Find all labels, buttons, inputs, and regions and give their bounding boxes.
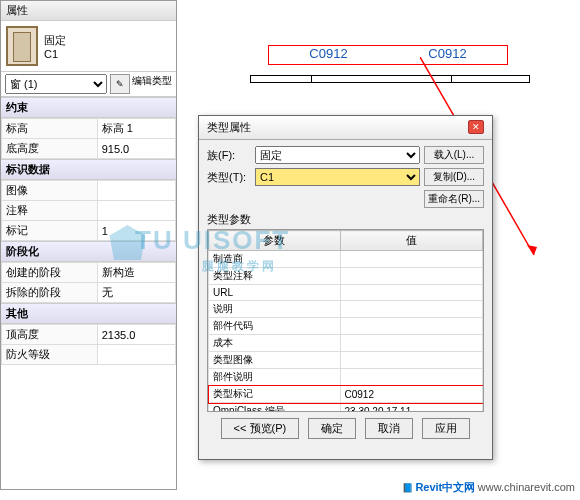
param-row[interactable]: URL xyxy=(209,285,483,301)
duplicate-button[interactable]: 复制(D)... xyxy=(424,168,484,186)
tag-left: C0912 xyxy=(269,46,388,64)
param-row[interactable]: 说明 xyxy=(209,301,483,318)
type-label: 类型(T): xyxy=(207,170,255,185)
rename-button[interactable]: 重命名(R)... xyxy=(424,190,484,208)
type-params-label: 类型参数 xyxy=(207,212,484,227)
group-phase[interactable]: 阶段化 xyxy=(1,241,176,262)
type-name: C1 xyxy=(44,48,66,60)
table-phase: 创建的阶段新构造拆除的阶段无 xyxy=(1,262,176,303)
tag-annotation: C0912 C0912 xyxy=(268,45,508,65)
ok-button[interactable]: 确定 xyxy=(308,418,356,439)
table-row[interactable]: 底高度915.0 xyxy=(2,139,176,159)
family-select[interactable]: 固定 xyxy=(255,146,420,164)
group-other[interactable]: 其他 xyxy=(1,303,176,324)
credit: 📘 Revit中文网 www.chinarevit.com xyxy=(402,480,575,495)
family-label: 族(F): xyxy=(207,148,255,163)
properties-panel: 属性 固定 C1 窗 (1) ✎ 编辑类型 约束标高标高 1底高度915.0标识… xyxy=(0,0,177,490)
watermark-sub: 腿腿教学网 xyxy=(202,258,277,275)
type-select[interactable]: C1 xyxy=(255,168,420,186)
table-identity: 图像注释标记1 xyxy=(1,180,176,241)
table-constraints: 标高标高 1底高度915.0 xyxy=(1,118,176,159)
instance-picker[interactable]: 窗 (1) xyxy=(5,74,107,94)
table-row[interactable]: 图像 xyxy=(2,181,176,201)
table-row[interactable]: 创建的阶段新构造 xyxy=(2,263,176,283)
svg-marker-1 xyxy=(527,245,537,255)
wall-element[interactable] xyxy=(250,75,530,83)
params-table-container: 参数值制造商类型注释URL说明部件代码成本类型图像部件说明类型标记C0912Om… xyxy=(207,229,484,412)
cancel-button[interactable]: 取消 xyxy=(365,418,413,439)
close-icon[interactable]: ✕ xyxy=(468,120,484,134)
preview-button[interactable]: << 预览(P) xyxy=(221,418,300,439)
table-row[interactable]: 拆除的阶段无 xyxy=(2,283,176,303)
dialog-title: 类型属性 xyxy=(207,120,251,135)
param-row[interactable]: 类型图像 xyxy=(209,352,483,369)
edit-type-button[interactable]: ✎ xyxy=(110,74,130,94)
col-param: 参数 xyxy=(209,231,341,251)
table-row[interactable]: 标高标高 1 xyxy=(2,119,176,139)
table-row[interactable]: 顶高度2135.0 xyxy=(2,325,176,345)
param-row[interactable]: OmniClass 编号23.30.20.17.11 xyxy=(209,403,483,413)
edit-type-label: 编辑类型 xyxy=(132,74,172,94)
table-row[interactable]: 注释 xyxy=(2,201,176,221)
panel-title: 属性 xyxy=(1,1,176,21)
family-name: 固定 xyxy=(44,33,66,48)
table-row[interactable]: 标记1 xyxy=(2,221,176,241)
table-row[interactable]: 防火等级 xyxy=(2,345,176,365)
tag-right: C0912 xyxy=(388,46,507,64)
type-properties-dialog: 类型属性 ✕ 族(F): 固定 载入(L)... 类型(T): C1 复制(D)… xyxy=(198,115,493,460)
load-button[interactable]: 载入(L)... xyxy=(424,146,484,164)
param-row[interactable]: 部件说明 xyxy=(209,369,483,386)
col-value: 值 xyxy=(340,231,482,251)
type-header[interactable]: 固定 C1 xyxy=(1,21,176,71)
table-other: 顶高度2135.0防火等级 xyxy=(1,324,176,365)
window-icon xyxy=(6,26,38,66)
group-identity[interactable]: 标识数据 xyxy=(1,159,176,180)
param-row[interactable]: 部件代码 xyxy=(209,318,483,335)
group-constraints[interactable]: 约束 xyxy=(1,97,176,118)
apply-button[interactable]: 应用 xyxy=(422,418,470,439)
param-row[interactable]: 类型标记C0912 xyxy=(209,386,483,403)
param-row[interactable]: 成本 xyxy=(209,335,483,352)
